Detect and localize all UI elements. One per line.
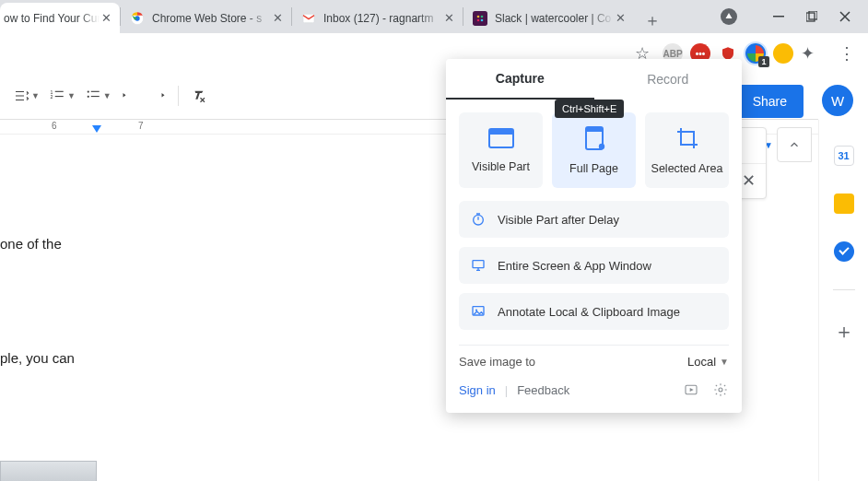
window-close-icon[interactable] xyxy=(839,10,851,23)
browser-menu-icon[interactable]: ⋮ xyxy=(839,43,855,64)
capture-visible-delay[interactable]: Visible Part after Delay xyxy=(459,201,729,238)
svg-point-7 xyxy=(481,18,484,21)
keep-icon[interactable] xyxy=(834,194,854,214)
maximize-icon[interactable] xyxy=(805,10,818,23)
nimbus-popup: Capture Record Ctrl+Shift+E Visible Part… xyxy=(446,59,742,413)
sidepanel-separator xyxy=(833,289,855,290)
share-label: Share xyxy=(753,94,787,109)
capture-visible-part[interactable]: Visible Part xyxy=(459,112,543,188)
browser-tabstrip: ow to Find Your Current ✕ Chrome Web Sto… xyxy=(0,0,868,33)
profile-icon[interactable] xyxy=(721,8,737,25)
tab-label: Slack | watercooler | Co xyxy=(495,12,614,25)
browser-tab[interactable]: Slack | watercooler | Co ✕ xyxy=(463,3,634,33)
window-icon xyxy=(488,128,514,151)
footer-separator: | xyxy=(505,383,508,397)
document-text: ple, you can xyxy=(0,350,75,366)
extensions-menu-icon[interactable]: ✦ xyxy=(801,43,815,64)
svg-point-16 xyxy=(87,95,88,97)
tab-label: Chrome Web Store - s xyxy=(152,12,271,25)
svg-rect-18 xyxy=(91,96,100,97)
svg-rect-3 xyxy=(473,11,487,26)
capture-list: Visible Part after Delay Entire Screen &… xyxy=(446,197,742,332)
numbered-list-button[interactable]: 12▼ xyxy=(45,83,79,109)
chrome-store-icon xyxy=(130,11,145,26)
tab-record[interactable]: Record xyxy=(594,59,743,100)
svg-rect-23 xyxy=(586,127,603,132)
capture-annotate-image[interactable]: Annotate Local & Clipboard Image xyxy=(459,293,729,330)
tab-capture[interactable]: Capture xyxy=(446,59,594,100)
timer-icon xyxy=(470,212,487,227)
extension-badge: 1 xyxy=(758,56,769,67)
bulleted-list-button[interactable]: ▼ xyxy=(81,83,115,109)
new-tab-button[interactable]: ＋ xyxy=(639,7,665,33)
page-margin xyxy=(0,138,194,481)
svg-rect-26 xyxy=(473,261,484,268)
popup-footer: Sign in | Feedback xyxy=(446,369,742,413)
taskbar-preview[interactable] xyxy=(0,461,97,481)
card-label: Visible Part xyxy=(472,160,530,173)
indent-button[interactable] xyxy=(145,83,170,109)
svg-point-24 xyxy=(598,143,604,148)
image-icon xyxy=(470,304,487,319)
svg-point-5 xyxy=(481,15,484,18)
minimize-icon[interactable] xyxy=(772,10,785,23)
svg-point-30 xyxy=(719,388,722,392)
calendar-icon[interactable]: 31 xyxy=(834,146,854,166)
add-addon-button[interactable]: ＋ xyxy=(834,318,854,346)
avatar[interactable]: W xyxy=(822,85,853,116)
svg-text:2: 2 xyxy=(50,94,53,100)
chevron-down-icon: ▼ xyxy=(720,357,729,367)
save-image-label: Save image to xyxy=(459,355,535,369)
close-icon[interactable]: ✕ xyxy=(100,12,112,25)
svg-rect-21 xyxy=(489,129,513,135)
window-controls xyxy=(721,0,864,33)
svg-rect-17 xyxy=(91,90,100,91)
item-label: Annotate Local & Clipboard Image xyxy=(498,305,680,319)
close-icon[interactable]: ✕ xyxy=(271,12,284,25)
close-icon[interactable]: ✕ xyxy=(614,12,627,25)
nimbus-extension-icon[interactable]: 1 xyxy=(745,43,766,64)
video-library-icon[interactable] xyxy=(683,381,699,398)
capture-entire-screen[interactable]: Entire Screen & App Window xyxy=(459,247,729,284)
toolbar-separator xyxy=(178,86,179,106)
svg-rect-13 xyxy=(55,90,64,91)
tab-label: Inbox (127) - ragnartm xyxy=(323,12,442,25)
clear-formatting-button[interactable] xyxy=(186,83,212,109)
extension-icon[interactable] xyxy=(773,43,793,64)
capture-selected-area[interactable]: Selected Area xyxy=(645,112,729,188)
save-image-target[interactable]: Local ▼ xyxy=(687,355,729,369)
browser-tab[interactable]: Inbox (127) - ragnartm ✕ xyxy=(292,3,463,33)
collapse-toolbar-button[interactable] xyxy=(777,127,812,162)
close-icon[interactable]: ✕ xyxy=(442,12,455,25)
feedback-link[interactable]: Feedback xyxy=(517,383,569,397)
card-label: Selected Area xyxy=(651,162,723,175)
monitor-icon xyxy=(470,258,487,273)
tasks-icon[interactable] xyxy=(834,241,854,262)
tab-label: ow to Find Your Current xyxy=(4,12,100,25)
item-label: Visible Part after Delay xyxy=(498,213,619,227)
popup-tabs: Capture Record xyxy=(446,59,742,100)
slack-icon xyxy=(473,11,487,26)
svg-point-4 xyxy=(477,15,480,18)
indent-marker-icon[interactable] xyxy=(92,125,101,133)
shortcut-tooltip: Ctrl+Shift+E xyxy=(555,100,624,118)
svg-rect-8 xyxy=(773,16,784,18)
svg-point-15 xyxy=(87,90,88,92)
close-icon: ✕ xyxy=(742,170,756,191)
sign-in-link[interactable]: Sign in xyxy=(459,383,496,397)
card-label: Full Page xyxy=(569,162,618,175)
avatar-initial: W xyxy=(831,93,844,109)
settings-icon[interactable] xyxy=(712,381,729,398)
save-image-row: Save image to Local ▼ xyxy=(446,355,742,369)
crop-icon xyxy=(675,126,699,153)
capture-full-page[interactable]: Full Page xyxy=(552,112,636,188)
ruler-number: 6 xyxy=(52,121,57,131)
svg-rect-14 xyxy=(55,96,64,97)
outdent-button[interactable] xyxy=(117,83,143,109)
page-icon xyxy=(583,126,605,153)
browser-tab[interactable]: ow to Find Your Current ✕ xyxy=(0,3,120,33)
item-label: Entire Screen & App Window xyxy=(498,259,651,273)
ruler-number: 7 xyxy=(138,121,144,131)
line-spacing-button[interactable]: ▼ xyxy=(9,83,43,109)
browser-tab[interactable]: Chrome Web Store - s ✕ xyxy=(121,3,291,33)
